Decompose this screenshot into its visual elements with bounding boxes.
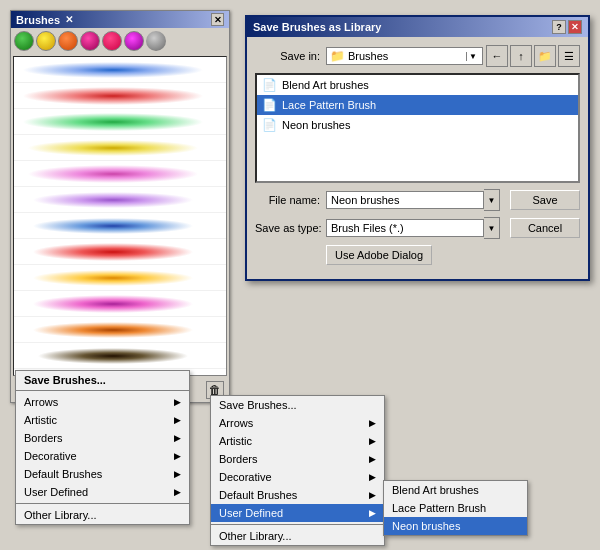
cm1-separator — [16, 503, 189, 504]
dialog-title-buttons: ? ✕ — [552, 20, 582, 34]
cm2-borders-arrow: ▶ — [369, 454, 376, 464]
cm1-borders[interactable]: Borders ▶ — [16, 429, 189, 447]
brushes-close-btn[interactable]: ✕ — [211, 13, 224, 26]
file-icon-neon: 📄 — [262, 118, 277, 132]
adobe-btn-row: Use Adobe Dialog — [255, 245, 580, 265]
save-in-label: Save in: — [255, 50, 320, 62]
brushes-title: Brushes — [16, 14, 60, 26]
cm1-arrows-arrow: ▶ — [174, 397, 181, 407]
cm2-borders[interactable]: Borders ▶ — [211, 450, 384, 468]
brush-item-5[interactable] — [14, 161, 226, 187]
brush-item-7[interactable] — [14, 213, 226, 239]
file-icon-blend: 📄 — [262, 78, 277, 92]
file-list-area: 📄 Blend Art brushes 📄 Lace Pattern Brush… — [255, 73, 580, 183]
filename-input[interactable] — [326, 191, 484, 209]
cm1-decorative[interactable]: Decorative ▶ — [16, 447, 189, 465]
cm1-default-brushes[interactable]: Default Brushes ▶ — [16, 465, 189, 483]
cm1-save-brushes[interactable]: Save Brushes... — [16, 371, 189, 391]
sub-blend-art[interactable]: Blend Art brushes — [384, 481, 527, 499]
brush-item-8[interactable] — [14, 239, 226, 265]
save-dialog-titlebar: Save Brushes as Library ? ✕ — [247, 17, 588, 37]
cm1-other-library[interactable]: Other Library... — [16, 506, 189, 524]
context-menu-2: Save Brushes... Arrows ▶ Artistic ▶ Bord… — [210, 395, 385, 546]
cm2-artistic-arrow: ▶ — [369, 436, 376, 446]
cm1-user-arrow: ▶ — [174, 487, 181, 497]
brushes-list — [13, 56, 227, 376]
sub-lace-pattern[interactable]: Lace Pattern Brush — [384, 499, 527, 517]
cm1-user-defined[interactable]: User Defined ▶ — [16, 483, 189, 501]
swatch-red-pink[interactable] — [102, 31, 122, 51]
save-dialog-title: Save Brushes as Library — [253, 21, 381, 33]
filename-field-wrapper: ▼ — [326, 189, 500, 211]
save-in-field: 📁 Brushes ▼ ← ↑ 📁 ☰ — [326, 45, 580, 67]
cm2-save-brushes[interactable]: Save Brushes... — [211, 396, 384, 414]
file-name-lace: Lace Pattern Brush — [282, 99, 376, 111]
save-dialog-content: Save in: 📁 Brushes ▼ ← ↑ 📁 ☰ 📄 Blend Ar — [247, 37, 588, 279]
nav-up-btn[interactable]: ↑ — [510, 45, 532, 67]
cm1-artistic-arrow: ▶ — [174, 415, 181, 425]
brushes-title-x: ✕ — [65, 14, 73, 25]
brush-item-9[interactable] — [14, 265, 226, 291]
save-in-arrow[interactable]: ▼ — [466, 52, 479, 61]
cm2-decorative[interactable]: Decorative ▶ — [211, 468, 384, 486]
swatch-magenta[interactable] — [124, 31, 144, 51]
save-brushes-dialog: Save Brushes as Library ? ✕ Save in: 📁 B… — [245, 15, 590, 281]
cm2-default-brushes[interactable]: Default Brushes ▶ — [211, 486, 384, 504]
savetype-input[interactable] — [326, 219, 484, 237]
nav-new-folder-btn[interactable]: 📁 — [534, 45, 556, 67]
swatch-gray[interactable] — [146, 31, 166, 51]
savetype-dropdown-arrow[interactable]: ▼ — [484, 217, 500, 239]
cm2-default-arrow: ▶ — [369, 490, 376, 500]
cm2-arrows[interactable]: Arrows ▶ — [211, 414, 384, 432]
cm2-user-defined[interactable]: User Defined ▶ — [211, 504, 384, 522]
brush-item-3[interactable] — [14, 109, 226, 135]
file-name-blend: Blend Art brushes — [282, 79, 369, 91]
swatch-pink[interactable] — [80, 31, 100, 51]
nav-buttons: ← ↑ 📁 ☰ — [486, 45, 580, 67]
file-item-lace[interactable]: 📄 Lace Pattern Brush — [257, 95, 578, 115]
cm1-arrows[interactable]: Arrows ▶ — [16, 393, 189, 411]
filename-row: File name: ▼ Save — [255, 189, 580, 211]
save-in-combo[interactable]: 📁 Brushes ▼ — [326, 47, 483, 65]
file-name-neon: Neon brushes — [282, 119, 351, 131]
cm2-other-library[interactable]: Other Library... — [211, 527, 384, 545]
use-adobe-dialog-btn[interactable]: Use Adobe Dialog — [326, 245, 432, 265]
nav-view-btn[interactable]: ☰ — [558, 45, 580, 67]
file-icon-lace: 📄 — [262, 98, 277, 112]
cm2-artistic[interactable]: Artistic ▶ — [211, 432, 384, 450]
swatch-yellow[interactable] — [36, 31, 56, 51]
brushes-panel: Brushes ✕ ✕ 📄 🗑 — [10, 10, 230, 403]
save-in-row: Save in: 📁 Brushes ▼ ← ↑ 📁 ☰ — [255, 45, 580, 67]
cm1-default-arrow: ▶ — [174, 469, 181, 479]
swatch-orange[interactable] — [58, 31, 78, 51]
dialog-close-btn[interactable]: ✕ — [568, 20, 582, 34]
brush-item-6[interactable] — [14, 187, 226, 213]
file-item-neon[interactable]: 📄 Neon brushes — [257, 115, 578, 135]
save-button[interactable]: Save — [510, 190, 580, 210]
cancel-button[interactable]: Cancel — [510, 218, 580, 238]
swatch-green[interactable] — [14, 31, 34, 51]
cm2-user-arrow: ▶ — [369, 508, 376, 518]
brush-item-10[interactable] — [14, 291, 226, 317]
brush-item-4[interactable] — [14, 135, 226, 161]
filename-label: File name: — [255, 194, 320, 206]
cm2-separator — [211, 524, 384, 525]
cm1-artistic[interactable]: Artistic ▶ — [16, 411, 189, 429]
folder-icon: 📁 — [330, 49, 345, 63]
brush-item-1[interactable] — [14, 57, 226, 83]
save-in-value: Brushes — [348, 50, 463, 62]
cm2-arrows-arrow: ▶ — [369, 418, 376, 428]
brushes-swatches — [11, 28, 229, 54]
context-menu-1: Save Brushes... Arrows ▶ Artistic ▶ Bord… — [15, 370, 190, 525]
user-defined-submenu: Blend Art brushes Lace Pattern Brush Neo… — [383, 480, 528, 536]
file-item-blend-art[interactable]: 📄 Blend Art brushes — [257, 75, 578, 95]
dialog-help-btn[interactable]: ? — [552, 20, 566, 34]
brush-item-2[interactable] — [14, 83, 226, 109]
nav-back-btn[interactable]: ← — [486, 45, 508, 67]
savetype-field-wrapper: ▼ — [326, 217, 500, 239]
brush-item-12[interactable] — [14, 343, 226, 369]
brush-item-11[interactable] — [14, 317, 226, 343]
filename-dropdown-arrow[interactable]: ▼ — [484, 189, 500, 211]
sub-neon-brushes[interactable]: Neon brushes — [384, 517, 527, 535]
savetype-row: Save as type: ▼ Cancel — [255, 217, 580, 239]
